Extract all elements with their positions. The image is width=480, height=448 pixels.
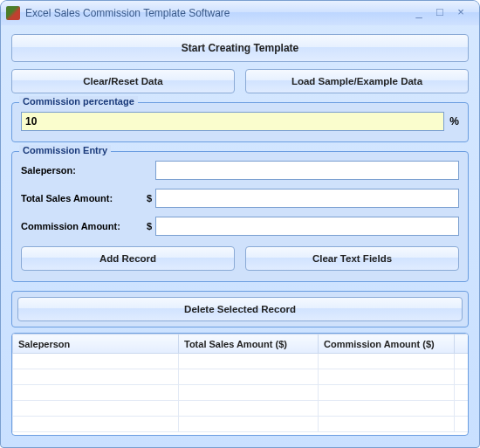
titlebar: Excel Sales Commission Template Software…: [1, 1, 479, 25]
saleperson-label: Saleperson:: [21, 165, 143, 176]
maximize-button[interactable]: □: [432, 6, 448, 20]
column-header-total-sales[interactable]: Total Sales Amount ($): [179, 334, 319, 354]
data-buttons-row: Clear/Reset Data Load Sample/Example Dat…: [11, 69, 469, 93]
total-sales-input[interactable]: [155, 189, 459, 208]
column-header-spacer: [455, 334, 470, 354]
start-creating-template-button[interactable]: Start Creating Template: [11, 34, 469, 62]
commission-percentage-group: Commission percentage %: [11, 102, 469, 142]
dollar-sign: $: [143, 221, 155, 231]
window-controls: _ □ ×: [411, 6, 476, 20]
delete-selected-record-button[interactable]: Delete Selected Record: [17, 297, 463, 321]
load-sample-data-button[interactable]: Load Sample/Example Data: [245, 69, 469, 93]
column-header-commission[interactable]: Commission Amount ($): [319, 334, 455, 354]
commission-entry-legend: Commission Entry: [19, 145, 111, 155]
app-icon: [6, 6, 20, 20]
commission-amount-input[interactable]: [155, 217, 459, 236]
table-row[interactable]: [13, 385, 470, 401]
table-row[interactable]: [13, 354, 470, 369]
table-header-row: Saleperson Total Sales Amount ($) Commis…: [13, 334, 470, 354]
commission-amount-label: Commission Amount:: [21, 221, 143, 231]
minimize-button[interactable]: _: [411, 6, 427, 20]
percent-sign: %: [449, 115, 459, 128]
records-table-container: Saleperson Total Sales Amount ($) Commis…: [11, 333, 469, 436]
close-button[interactable]: ×: [453, 6, 469, 20]
table-row[interactable]: [13, 417, 470, 432]
clear-reset-data-button[interactable]: Clear/Reset Data: [11, 69, 235, 93]
add-record-button[interactable]: Add Record: [21, 246, 235, 271]
commission-entry-group: Commission Entry Saleperson: Total Sales…: [11, 151, 469, 282]
table-row[interactable]: [13, 401, 470, 417]
clear-text-fields-button[interactable]: Clear Text Fields: [245, 246, 459, 271]
table-row[interactable]: [13, 369, 470, 385]
saleperson-input[interactable]: [155, 161, 459, 180]
column-header-saleperson[interactable]: Saleperson: [13, 334, 179, 354]
records-table[interactable]: Saleperson Total Sales Amount ($) Commis…: [12, 334, 469, 432]
window-title: Excel Sales Commission Template Software: [25, 7, 411, 19]
client-area: Start Creating Template Clear/Reset Data…: [1, 25, 479, 445]
app-window: Excel Sales Commission Template Software…: [0, 0, 480, 448]
total-sales-label: Total Sales Amount:: [21, 193, 143, 203]
commission-percentage-legend: Commission percentage: [19, 96, 138, 107]
delete-record-panel: Delete Selected Record: [11, 291, 469, 327]
dollar-sign: $: [143, 193, 155, 203]
commission-percentage-input[interactable]: [21, 112, 444, 131]
